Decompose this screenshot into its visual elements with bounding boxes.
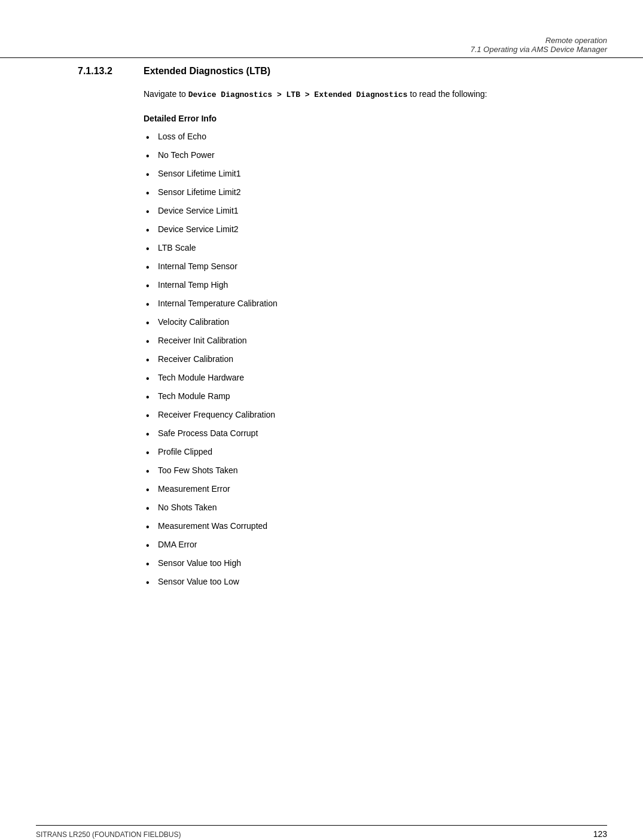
page-footer: SITRANS LR250 (FOUNDATION FIELDBUS) Oper… — [36, 825, 607, 840]
list-item: Tech Module Ramp — [144, 390, 535, 403]
section-title: Extended Diagnostics (LTB) — [144, 66, 270, 77]
detailed-error-heading: Detailed Error Info — [144, 114, 535, 123]
list-item: Velocity Calibration — [144, 316, 535, 328]
list-item: Receiver Frequency Calibration — [144, 409, 535, 421]
list-item: No Shots Taken — [144, 501, 535, 514]
list-item: Too Few Shots Taken — [144, 464, 535, 477]
list-item: DMA Error — [144, 538, 535, 551]
page-number: 123 — [593, 829, 607, 839]
page-container: Remote operation 7.1 Operating via AMS D… — [0, 30, 643, 840]
navigation-text: Navigate to Device Diagnostics > LTB > E… — [144, 87, 535, 102]
list-item: Receiver Calibration — [144, 353, 535, 366]
nav-suffix: to read the following: — [407, 89, 487, 99]
list-item: Safe Process Data Corrupt — [144, 427, 535, 440]
list-item: Sensor Lifetime Limit1 — [144, 168, 535, 180]
section-number: 7.1.13.2 — [78, 66, 138, 77]
list-item: Loss of Echo — [144, 130, 535, 143]
section-heading: 7.1.13.2 Extended Diagnostics (LTB) — [78, 66, 535, 77]
list-item: LTB Scale — [144, 242, 535, 254]
list-item: Sensor Value too High — [144, 557, 535, 570]
footer-line1: SITRANS LR250 (FOUNDATION FIELDBUS) — [36, 829, 197, 840]
list-item: Receiver Init Calibration — [144, 334, 535, 347]
list-item: Device Service Limit2 — [144, 223, 535, 236]
page-header: Remote operation 7.1 Operating via AMS D… — [0, 30, 643, 58]
nav-prefix: Navigate to — [144, 89, 188, 99]
list-item: Device Service Limit1 — [144, 205, 535, 217]
error-list: Loss of EchoNo Tech PowerSensor Lifetime… — [144, 130, 535, 588]
main-content: 7.1.13.2 Extended Diagnostics (LTB) Navi… — [0, 30, 643, 642]
footer-left: SITRANS LR250 (FOUNDATION FIELDBUS) Oper… — [36, 829, 197, 840]
list-item: Internal Temp Sensor — [144, 260, 535, 273]
list-item: Sensor Value too Low — [144, 576, 535, 588]
list-item: Internal Temp High — [144, 279, 535, 291]
list-item: Measurement Error — [144, 483, 535, 495]
nav-bold: Device Diagnostics > LTB > Extended Diag… — [188, 90, 408, 99]
list-item: Profile Clipped — [144, 446, 535, 458]
list-item: No Tech Power — [144, 149, 535, 162]
list-item: Tech Module Hardware — [144, 372, 535, 384]
list-item: Measurement Was Corrupted — [144, 520, 535, 532]
header-line1: Remote operation — [36, 36, 607, 45]
list-item: Sensor Lifetime Limit2 — [144, 186, 535, 199]
header-line2: 7.1 Operating via AMS Device Manager — [36, 45, 607, 54]
list-item: Internal Temperature Calibration — [144, 297, 535, 310]
